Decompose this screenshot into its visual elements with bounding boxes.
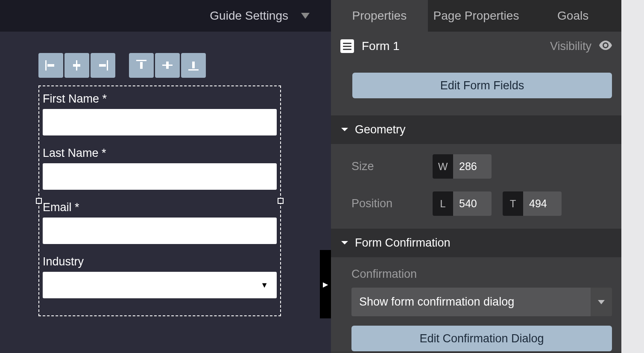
svg-rect-5 xyxy=(99,64,106,67)
align-right-button[interactable] xyxy=(91,53,115,78)
svg-rect-4 xyxy=(107,60,108,71)
form-field-email: Email * xyxy=(39,197,280,251)
resize-handle-right[interactable] xyxy=(278,198,284,204)
edit-confirmation-dialog-button[interactable]: Edit Confirmation Dialog xyxy=(351,326,612,351)
first-name-input[interactable] xyxy=(43,109,277,135)
form-element-selection[interactable]: First Name * Last Name * Email * Industr… xyxy=(38,85,281,316)
top-input-group: T xyxy=(503,191,562,216)
field-label: Industry xyxy=(43,255,277,268)
left-input[interactable] xyxy=(453,191,492,216)
resize-handle-left[interactable] xyxy=(36,198,42,204)
field-label: First Name * xyxy=(43,92,277,106)
top-letter: T xyxy=(503,191,523,216)
svg-rect-1 xyxy=(47,64,54,67)
align-bottom-button[interactable] xyxy=(181,53,206,78)
top-input[interactable] xyxy=(523,191,562,216)
left-letter: L xyxy=(433,191,453,216)
tab-page-properties[interactable]: Page Properties xyxy=(428,0,525,32)
form-icon xyxy=(340,39,354,53)
industry-select[interactable] xyxy=(43,272,277,298)
form-field-industry: Industry ▼ xyxy=(39,251,280,305)
svg-rect-3 xyxy=(73,64,80,67)
element-name: Form 1 xyxy=(362,39,400,53)
tab-goals[interactable]: Goals xyxy=(524,0,621,32)
svg-rect-9 xyxy=(166,62,169,69)
field-label: Last Name * xyxy=(43,147,277,160)
properties-tabs: Properties Page Properties Goals xyxy=(331,0,621,32)
dropdown-triangle-icon xyxy=(598,300,605,304)
form-field-first-name: First Name * xyxy=(39,88,280,142)
geometry-section-header[interactable]: Geometry xyxy=(331,115,621,144)
panel-collapse-handle[interactable]: ▶ xyxy=(320,250,331,318)
confirmation-title: Form Confirmation xyxy=(355,236,451,250)
width-letter: W xyxy=(433,154,453,179)
scrollbar-track[interactable] xyxy=(621,0,644,353)
svg-rect-6 xyxy=(136,60,146,61)
geometry-title: Geometry xyxy=(355,123,406,136)
guide-settings-label: Guide Settings xyxy=(210,9,288,23)
width-input[interactable] xyxy=(453,154,492,179)
alignment-toolbar xyxy=(38,53,331,78)
size-label: Size xyxy=(351,160,433,173)
guide-settings-header[interactable]: Guide Settings xyxy=(0,0,331,32)
left-input-group: L xyxy=(433,191,492,216)
visibility-label: Visibility xyxy=(550,40,591,53)
confirmation-section-header[interactable]: Form Confirmation xyxy=(331,229,621,257)
align-center-button[interactable] xyxy=(64,53,89,78)
dropdown-triangle-icon xyxy=(301,13,310,19)
field-label: Email * xyxy=(43,201,277,214)
svg-rect-7 xyxy=(140,62,143,69)
form-field-last-name: Last Name * xyxy=(39,142,280,197)
confirmation-select-dropdown[interactable] xyxy=(591,288,612,316)
tab-properties[interactable]: Properties xyxy=(331,0,428,32)
width-input-group: W xyxy=(433,154,492,179)
last-name-input[interactable] xyxy=(43,163,277,190)
svg-rect-10 xyxy=(188,69,199,71)
position-label: Position xyxy=(351,197,433,210)
align-middle-button[interactable] xyxy=(155,53,180,78)
svg-rect-0 xyxy=(45,60,47,71)
edit-form-fields-button[interactable]: Edit Form Fields xyxy=(352,73,612,98)
email-input[interactable] xyxy=(43,218,277,244)
confirmation-label: Confirmation xyxy=(351,268,612,281)
align-left-button[interactable] xyxy=(38,53,63,78)
confirmation-select[interactable]: Show form confirmation dialog xyxy=(351,288,612,316)
chevron-down-icon xyxy=(340,240,349,246)
chevron-down-icon xyxy=(340,127,349,133)
svg-rect-11 xyxy=(192,62,195,68)
confirmation-select-value: Show form confirmation dialog xyxy=(351,288,591,316)
eye-icon[interactable] xyxy=(599,40,612,53)
align-top-button[interactable] xyxy=(129,53,154,78)
